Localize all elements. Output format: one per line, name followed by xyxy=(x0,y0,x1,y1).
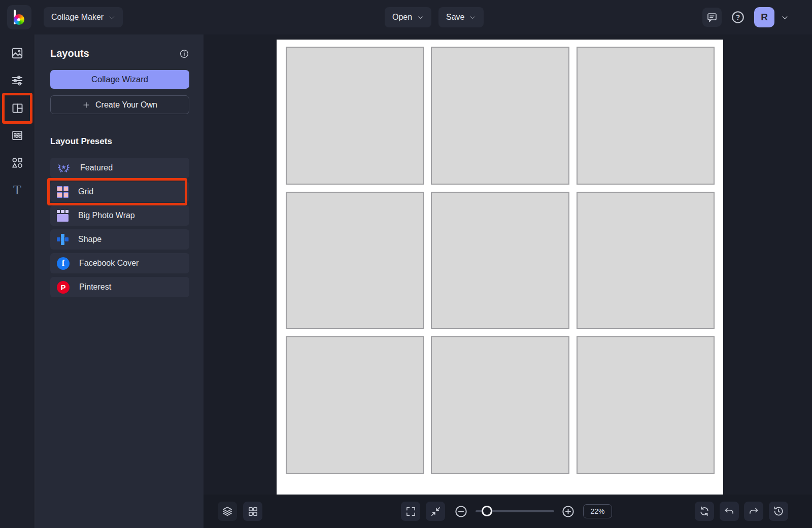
featured-wreath-icon xyxy=(57,161,71,175)
redo-icon xyxy=(748,505,760,517)
adjustments-icon xyxy=(11,74,24,87)
grid-2x2-icon xyxy=(247,506,259,517)
preset-pinterest[interactable]: P Pinterest xyxy=(50,277,189,297)
preset-label: Pinterest xyxy=(79,283,111,292)
zoom-in-button[interactable] xyxy=(560,504,576,519)
product-menu-label: Collage Maker xyxy=(51,13,104,22)
collage-cell[interactable] xyxy=(577,336,715,474)
preset-big-photo-wrap[interactable]: Big Photo Wrap xyxy=(50,205,189,226)
fit-to-screen-button[interactable] xyxy=(426,502,445,521)
save-button[interactable]: Save xyxy=(438,7,484,27)
fullscreen-button[interactable] xyxy=(401,502,420,521)
save-button-label: Save xyxy=(446,13,464,22)
redo-button[interactable] xyxy=(744,502,763,521)
preset-label: Big Photo Wrap xyxy=(78,211,135,220)
zoom-slider[interactable] xyxy=(476,510,554,512)
collage-cell[interactable] xyxy=(286,47,424,185)
reset-button[interactable] xyxy=(695,502,714,521)
preset-grid[interactable]: Grid xyxy=(50,182,189,202)
top-bar: Collage Maker Open Save ? xyxy=(0,0,812,34)
image-icon xyxy=(11,47,24,60)
grid-view-button[interactable] xyxy=(243,502,262,521)
zoom-slider-knob[interactable] xyxy=(482,506,492,516)
preset-label: Shape xyxy=(78,235,101,244)
collage-cell[interactable] xyxy=(286,192,424,330)
chevron-down-icon xyxy=(417,14,424,21)
big-photo-wrap-icon xyxy=(57,210,69,222)
preset-shape[interactable]: Shape xyxy=(50,229,189,250)
history-button[interactable] xyxy=(769,502,788,521)
facebook-icon: f xyxy=(57,257,70,270)
svg-text:?: ? xyxy=(736,14,740,21)
shape-plus-icon xyxy=(57,234,69,245)
plus-circle-icon xyxy=(561,505,575,518)
rail-item-graphics[interactable] xyxy=(0,149,35,177)
workspace: 22% xyxy=(204,34,812,528)
collage-cell[interactable] xyxy=(286,336,424,474)
rail-item-photos[interactable] xyxy=(0,40,35,67)
grid-preset-icon xyxy=(57,186,69,198)
layers-icon xyxy=(221,505,233,517)
account-avatar[interactable]: R xyxy=(754,7,774,27)
create-your-own-label: Create Your Own xyxy=(95,100,157,110)
refresh-icon xyxy=(698,505,710,517)
fit-to-screen-icon xyxy=(430,506,442,517)
preset-label: Grid xyxy=(78,187,93,196)
texture-icon xyxy=(11,129,24,142)
layouts-info-button[interactable] xyxy=(179,49,189,59)
topbar-right-group: ? R xyxy=(702,7,789,27)
bottom-toolbar: 22% xyxy=(204,495,812,528)
collage-cell[interactable] xyxy=(577,47,715,185)
collage-wizard-button[interactable]: Collage Wizard xyxy=(50,70,189,89)
befunky-logo[interactable] xyxy=(7,5,31,29)
layers-button[interactable] xyxy=(218,502,237,521)
chevron-down-icon xyxy=(469,14,476,21)
preset-label: Featured xyxy=(80,163,113,172)
fullscreen-icon xyxy=(405,506,417,517)
zoom-percent-field[interactable]: 22% xyxy=(583,504,612,518)
preset-label: Facebook Cover xyxy=(79,259,139,268)
layout-icon xyxy=(11,101,24,115)
layout-preset-list: Featured Grid Big Photo Wrap Shape xyxy=(50,158,189,297)
zoom-out-button[interactable] xyxy=(453,504,468,519)
chevron-down-icon xyxy=(109,14,115,21)
shapes-icon xyxy=(11,156,24,169)
rail-item-edit[interactable] xyxy=(0,67,35,94)
undo-icon xyxy=(723,505,735,517)
preset-featured[interactable]: Featured xyxy=(50,158,189,178)
text-icon: T xyxy=(13,183,21,198)
panel-title: Layouts xyxy=(50,48,89,59)
layouts-panel: Layouts Collage Wizard Create Your Own L… xyxy=(35,34,204,528)
feedback-button[interactable] xyxy=(702,8,722,27)
rail-item-patterns[interactable] xyxy=(0,122,35,149)
befunky-logo-icon xyxy=(14,10,25,25)
tool-rail: T xyxy=(0,34,35,528)
history-clock-icon xyxy=(772,505,785,517)
preset-facebook-cover[interactable]: f Facebook Cover xyxy=(50,253,189,273)
collage-cell[interactable] xyxy=(431,336,569,474)
account-chevron-down-icon[interactable] xyxy=(781,14,789,21)
help-button[interactable]: ? xyxy=(728,8,748,27)
open-button[interactable]: Open xyxy=(385,7,431,27)
help-icon: ? xyxy=(730,10,746,25)
pinterest-icon: P xyxy=(57,281,70,294)
create-your-own-button[interactable]: Create Your Own xyxy=(50,95,189,114)
plus-icon xyxy=(82,101,90,109)
minus-circle-icon xyxy=(454,505,468,518)
rail-item-text[interactable]: T xyxy=(0,177,35,204)
open-button-label: Open xyxy=(392,13,412,22)
info-icon xyxy=(179,49,189,59)
product-menu-button[interactable]: Collage Maker xyxy=(44,7,123,27)
presets-heading: Layout Presets xyxy=(50,136,189,147)
collage-cell[interactable] xyxy=(431,192,569,330)
chat-icon xyxy=(706,11,718,23)
collage-cell[interactable] xyxy=(577,192,715,330)
collage-canvas xyxy=(277,40,723,495)
collage-cell[interactable] xyxy=(431,47,569,185)
undo-button[interactable] xyxy=(720,502,739,521)
rail-item-layouts[interactable] xyxy=(0,94,35,122)
avatar-initial: R xyxy=(761,12,768,23)
collage-maker-app: Collage Maker Open Save ? xyxy=(0,0,812,528)
